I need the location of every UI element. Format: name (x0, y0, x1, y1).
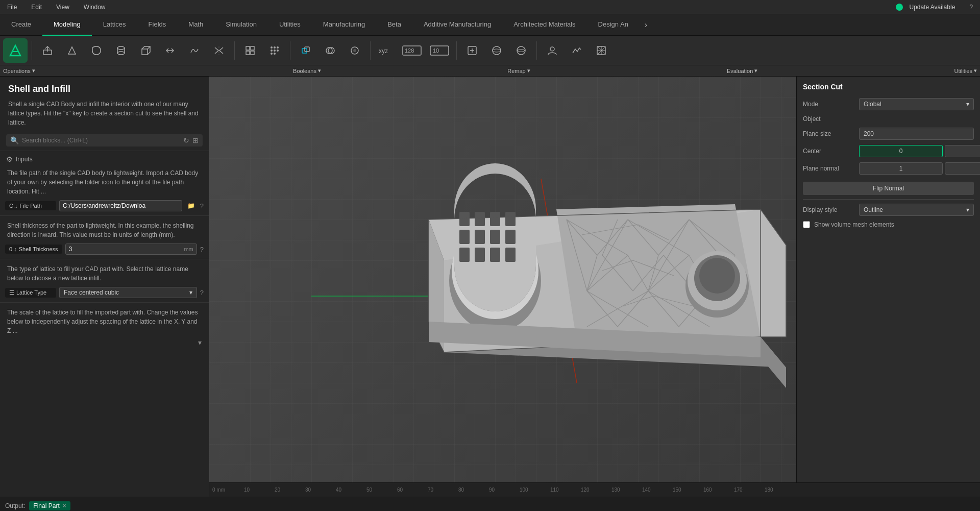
file-path-help[interactable]: ? (200, 202, 204, 210)
tab-create[interactable]: Create (0, 14, 42, 36)
divider-3 (0, 302, 209, 303)
inputs-label: Inputs (16, 156, 33, 163)
update-badge[interactable]: ✓ Update Available (896, 3, 958, 12)
tool-bool-2[interactable] (319, 39, 341, 62)
viewport-canvas[interactable]: X Y Z 0 mm 10 20 30 40 50 60 70 80 90 10… (209, 77, 980, 497)
help-icon[interactable]: ? (966, 3, 976, 12)
mode-control: Global ▾ (859, 98, 974, 110)
panel-title: Shell and Infill (0, 77, 209, 98)
toolbar-sep-5 (456, 41, 457, 60)
svg-rect-10 (246, 46, 250, 50)
tab-simulation[interactable]: Simulation (214, 14, 268, 36)
tool-sphere1[interactable] (485, 39, 508, 62)
lattice-type-help[interactable]: ? (200, 289, 204, 297)
file-path-label[interactable]: C:↓ File Path (5, 201, 56, 210)
tab-utilities[interactable]: Utilities (268, 14, 312, 36)
shell-thickness-label-text: Shell Thickness (19, 246, 58, 252)
display-style-select[interactable]: Outline ▾ (859, 204, 974, 216)
tool-cylinder[interactable] (110, 39, 132, 62)
tool-graph[interactable] (566, 39, 588, 62)
tool-xyz[interactable]: xyz (375, 39, 397, 62)
search-input[interactable] (22, 137, 180, 144)
tab-more[interactable]: › (640, 20, 652, 30)
folder-icon[interactable]: 📁 (185, 202, 197, 209)
plane-normal-inputs (859, 162, 980, 175)
svg-point-17 (271, 50, 273, 52)
lattice-type-label[interactable]: ☰ Lattice Type (5, 288, 56, 298)
evaluation-chevron: ▾ (754, 67, 757, 74)
ruler-140: 140 (642, 487, 651, 493)
tab-modeling[interactable]: Modeling (42, 14, 92, 36)
menu-file[interactable]: File (4, 3, 20, 12)
menu-view[interactable]: View (53, 3, 72, 12)
menu-window[interactable]: Window (81, 3, 109, 12)
mode-label: Mode (803, 101, 859, 108)
tab-lattices[interactable]: Lattices (92, 14, 137, 36)
tool-eval1[interactable] (461, 39, 483, 62)
tool-box[interactable] (134, 39, 157, 62)
menu-edit[interactable]: Edit (28, 3, 45, 12)
evaluation-label[interactable]: Evaluation ▾ (727, 67, 757, 74)
tool-shape1[interactable] (61, 39, 83, 62)
center-y-input[interactable] (945, 145, 980, 157)
shell-thickness-help[interactable]: ? (200, 246, 204, 253)
plane-size-input[interactable] (859, 128, 974, 140)
tab-beta[interactable]: Beta (376, 14, 412, 36)
tab-manufacturing[interactable]: Manufacturing (312, 14, 376, 36)
tab-design-an[interactable]: Design An (587, 14, 640, 36)
menu-icons: ? (966, 3, 976, 12)
show-volume-checkbox[interactable] (803, 221, 810, 228)
display-style-chevron: ▾ (966, 206, 969, 213)
booleans-label[interactable]: Booleans ▾ (293, 67, 321, 74)
ruler-150: 150 (673, 487, 681, 493)
mode-select[interactable]: Global ▾ (859, 98, 974, 110)
remap-chevron: ▾ (527, 67, 530, 74)
tab-architected[interactable]: Architected Materials (502, 14, 586, 36)
tool-lattice-icon[interactable] (590, 39, 612, 62)
ruler-170: 170 (734, 487, 743, 493)
tool-mirror[interactable] (208, 39, 230, 62)
plane-normal-y-input[interactable] (945, 162, 980, 175)
tool-arrows[interactable] (159, 39, 181, 62)
object-label: Object (803, 115, 859, 123)
center-label: Center (803, 148, 859, 155)
divider-1 (0, 215, 209, 216)
tool-mesh[interactable] (510, 39, 532, 62)
tool-num2[interactable]: 10 (427, 39, 452, 62)
operations-label[interactable]: Operations ▾ (3, 67, 35, 74)
tool-bool-union[interactable] (295, 39, 317, 62)
ruler-50: 50 (366, 487, 372, 493)
file-path-input[interactable] (60, 201, 182, 211)
tab-math[interactable]: Math (177, 14, 214, 36)
center-x-input[interactable] (859, 145, 943, 157)
output-label: Output: (5, 502, 25, 509)
remap-label[interactable]: Remap ▾ (507, 67, 530, 74)
tool-bool-3[interactable] (344, 39, 366, 62)
sc-divider (803, 199, 974, 200)
shell-thickness-input[interactable] (66, 244, 181, 254)
tool-upload[interactable] (36, 39, 59, 62)
tab-additive[interactable]: Additive Manufacturing (412, 14, 502, 36)
refresh-icon[interactable]: ↻ (183, 136, 189, 144)
layout-icon[interactable]: ⊞ (192, 136, 199, 144)
lattice-type-value: Face centered cubic (64, 289, 119, 296)
tool-curve[interactable] (183, 39, 206, 62)
tool-pattern[interactable] (263, 39, 286, 62)
scroll-down-indicator[interactable]: ▾ (0, 337, 209, 348)
plane-normal-x-input[interactable] (859, 162, 943, 175)
shell-thickness-input-wrap: mm (65, 244, 197, 255)
logo-button[interactable] (3, 38, 28, 63)
show-volume-label[interactable]: Show volume mesh elements (814, 221, 894, 228)
tool-shape2[interactable] (85, 39, 108, 62)
shell-thickness-prefix: 0.↕ (9, 246, 17, 252)
shell-thickness-label[interactable]: 0.↕ Shell Thickness (5, 245, 62, 254)
tab-fields[interactable]: Fields (137, 14, 178, 36)
flip-normal-button[interactable]: Flip Normal (803, 182, 974, 195)
tool-num[interactable]: 128 (399, 39, 425, 62)
viewport[interactable]: X Y Z 0 mm 10 20 30 40 50 60 70 80 90 10… (209, 77, 980, 497)
utilities-label-tb[interactable]: Utilities ▾ (954, 67, 977, 74)
lattice-type-dropdown[interactable]: Face centered cubic ▾ (59, 287, 197, 298)
tool-grid[interactable] (239, 39, 261, 62)
tool-user[interactable] (541, 39, 564, 62)
output-tag-close[interactable]: × (63, 502, 66, 509)
